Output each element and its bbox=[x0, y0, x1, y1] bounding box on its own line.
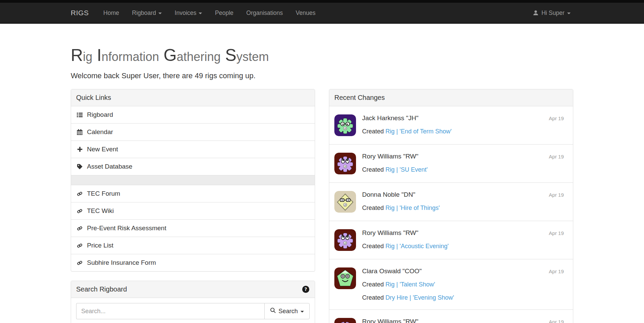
change-date: Apr 19 bbox=[549, 191, 564, 198]
quick-link-label: Rigboard bbox=[87, 111, 113, 119]
search-rigboard-panel: Search Rigboard ? Search bbox=[71, 281, 315, 323]
person-name: Rory Williams "RW" bbox=[362, 153, 418, 160]
recent-change-item: Donna Noble "DN"Apr 19Created Rig | 'Hir… bbox=[329, 182, 573, 221]
quick-link-new-event[interactable]: New Event bbox=[71, 141, 315, 158]
recent-changes-panel: Recent Changes Jack Harkness "JH"Apr 19C… bbox=[329, 89, 573, 323]
user-menu-button[interactable]: Hi Super bbox=[530, 3, 573, 23]
change-link[interactable]: Rig | 'SU Event' bbox=[385, 166, 428, 173]
person-name: Rory Williams "RW" bbox=[362, 229, 418, 237]
link-icon bbox=[76, 191, 83, 197]
recent-change-item: Rory Williams "RW"Apr 19Created Rig | 'A… bbox=[329, 221, 573, 259]
quick-links-title: Quick Links bbox=[76, 94, 111, 102]
quick-link-label: TEC Forum bbox=[87, 190, 120, 197]
window-top-strip bbox=[0, 0, 644, 3]
nav-item-organisations[interactable]: Organisations bbox=[240, 3, 289, 23]
quick-links-panel: Quick Links RigboardCalendarNew EventAss… bbox=[71, 89, 315, 272]
recent-change-item: Clara Oswald "COO"Apr 19Created Rig | 'T… bbox=[329, 259, 573, 309]
nav-item-label: Invoices bbox=[175, 9, 196, 17]
search-button[interactable]: Search bbox=[264, 303, 310, 319]
quick-link-label: Asset Database bbox=[87, 163, 132, 170]
search-rigboard-title: Search Rigboard bbox=[76, 285, 127, 293]
search-icon bbox=[270, 307, 276, 315]
action-verb: Created bbox=[362, 166, 384, 173]
quick-link-tec-forum[interactable]: TEC Forum bbox=[71, 185, 315, 202]
nav-item-invoices[interactable]: Invoices bbox=[168, 3, 208, 23]
chevron-down-icon bbox=[158, 13, 162, 14]
change-action: Created Rig | 'Acoustic Evening' bbox=[362, 243, 568, 250]
title-word: System bbox=[225, 51, 269, 63]
change-action: Created Rig | 'SU Event' bbox=[362, 166, 568, 173]
user-menu-label: Hi Super bbox=[541, 9, 564, 17]
avatar bbox=[334, 114, 356, 136]
welcome-message: Welcome back Super User, there are 49 ri… bbox=[71, 71, 573, 80]
title-word: Rig bbox=[71, 51, 92, 63]
nav-item-rigboard[interactable]: Rigboard bbox=[126, 3, 168, 23]
change-date: Apr 19 bbox=[549, 114, 564, 121]
avatar bbox=[334, 229, 356, 251]
change-action: Created Rig | 'Hire of Things' bbox=[362, 204, 568, 212]
quick-links-list: RigboardCalendarNew EventAsset DatabaseT… bbox=[71, 106, 315, 271]
recent-change-item: Rory Williams "RW"Apr 19Created Rig | 'S… bbox=[329, 144, 573, 182]
nav-item-label: People bbox=[215, 9, 234, 17]
change-date: Apr 19 bbox=[549, 318, 564, 323]
search-rigboard-heading: Search Rigboard ? bbox=[71, 281, 315, 298]
main-nav: HomeRigboardInvoicesPeopleOrganisationsV… bbox=[97, 3, 322, 23]
nav-item-label: Rigboard bbox=[132, 9, 156, 17]
calendar-icon bbox=[76, 129, 83, 135]
quick-link-subhire-insurance-form[interactable]: Subhire Insurance Form bbox=[71, 254, 315, 271]
change-link[interactable]: Rig | 'Acoustic Evening' bbox=[385, 243, 449, 250]
change-link[interactable]: Dry Hire | 'Evening Show' bbox=[385, 294, 454, 301]
change-link[interactable]: Rig | 'Talent Show' bbox=[385, 281, 435, 288]
svg-text:?: ? bbox=[305, 286, 307, 292]
quick-links-heading: Quick Links bbox=[71, 89, 315, 106]
quick-link-price-list[interactable]: Price List bbox=[71, 237, 315, 254]
search-panel-body: Search bbox=[71, 298, 315, 323]
link-icon bbox=[76, 242, 83, 249]
page-title: RigInformationGatheringSystem bbox=[71, 46, 573, 65]
avatar bbox=[334, 153, 356, 174]
nav-item-people[interactable]: People bbox=[208, 3, 240, 23]
person-name: Jack Harkness "JH" bbox=[362, 114, 419, 122]
change-action: Created Dry Hire | 'Evening Show' bbox=[362, 294, 568, 301]
quick-link-tec-wiki[interactable]: TEC Wiki bbox=[71, 202, 315, 219]
change-link[interactable]: Rig | 'End of Term Show' bbox=[385, 128, 451, 135]
action-verb: Created bbox=[362, 294, 384, 301]
person-name: Donna Noble "DN" bbox=[362, 191, 415, 198]
avatar bbox=[334, 318, 356, 323]
nav-item-venues[interactable]: Venues bbox=[289, 3, 322, 23]
change-action: Created Rig | 'Talent Show' bbox=[362, 281, 568, 288]
quick-link-label: Pre-Event Risk Assessment bbox=[87, 224, 166, 232]
nav-item-home[interactable]: Home bbox=[97, 3, 126, 23]
change-date: Apr 19 bbox=[549, 267, 564, 274]
quick-link-pre-event-risk-assessment[interactable]: Pre-Event Risk Assessment bbox=[71, 219, 315, 237]
quick-link-calendar[interactable]: Calendar bbox=[71, 123, 315, 141]
quick-link-label: Subhire Insurance Form bbox=[87, 259, 156, 266]
search-input[interactable] bbox=[76, 303, 264, 319]
action-verb: Created bbox=[362, 204, 384, 211]
brand-link[interactable]: RIGS bbox=[71, 3, 89, 23]
change-link[interactable]: Rig | 'Hire of Things' bbox=[385, 204, 440, 211]
chevron-down-icon bbox=[301, 311, 304, 313]
main-content: RigInformationGatheringSystem Welcome ba… bbox=[71, 46, 573, 323]
title-word: Information bbox=[97, 51, 159, 63]
chevron-down-icon bbox=[199, 13, 202, 14]
link-icon bbox=[76, 208, 83, 214]
navbar: RIGS HomeRigboardInvoicesPeopleOrganisat… bbox=[0, 3, 644, 24]
action-verb: Created bbox=[362, 243, 384, 250]
question-circle-icon[interactable]: ? bbox=[302, 285, 310, 293]
tag-icon bbox=[76, 164, 83, 170]
search-input-group: Search bbox=[76, 303, 310, 319]
link-icon bbox=[76, 260, 83, 266]
change-date: Apr 19 bbox=[549, 153, 564, 159]
nav-item-label: Organisations bbox=[246, 9, 283, 17]
chevron-down-icon bbox=[567, 13, 571, 14]
link-icon bbox=[76, 225, 83, 232]
quick-link-label: TEC Wiki bbox=[87, 207, 114, 215]
list-separator bbox=[71, 175, 315, 185]
quick-link-label: Price List bbox=[87, 242, 113, 249]
change-date: Apr 19 bbox=[549, 229, 564, 236]
quick-link-rigboard[interactable]: Rigboard bbox=[71, 106, 315, 123]
nav-item-label: Home bbox=[103, 9, 119, 17]
plus-icon bbox=[76, 146, 83, 152]
quick-link-asset-database[interactable]: Asset Database bbox=[71, 158, 315, 175]
